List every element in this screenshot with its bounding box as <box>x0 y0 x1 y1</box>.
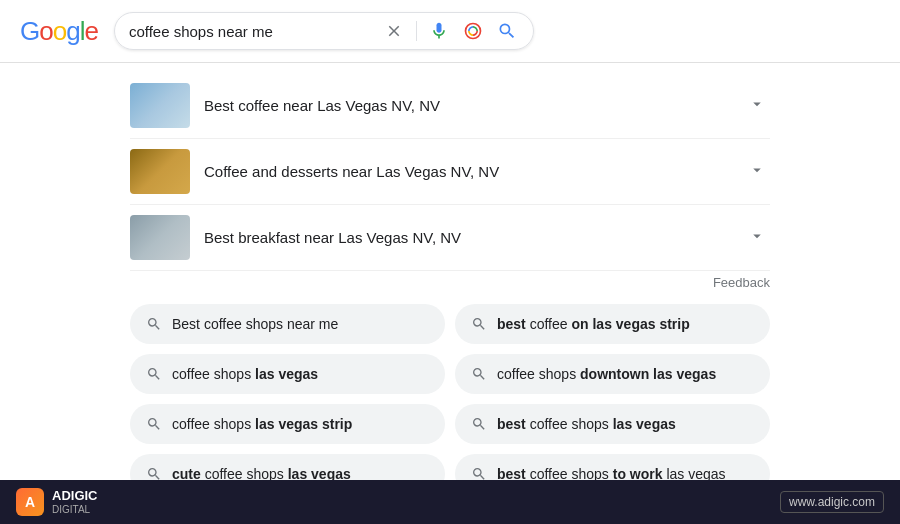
search-chip-icon <box>146 366 162 382</box>
result-item[interactable]: Best coffee near Las Vegas NV, NV <box>130 73 770 139</box>
header: Google <box>0 0 900 63</box>
logo-g: G <box>20 16 39 47</box>
search-chip-icon <box>471 316 487 332</box>
brand-icon-letter: A <box>25 494 35 510</box>
lens-icon <box>463 21 483 41</box>
expand-button[interactable] <box>744 91 770 120</box>
brand-logo-icon: A <box>16 488 44 516</box>
mic-icon <box>429 21 449 41</box>
feedback-row: Feedback <box>130 271 770 300</box>
search-bar <box>114 12 534 50</box>
clear-button[interactable] <box>382 19 406 43</box>
chevron-down-icon <box>748 161 766 179</box>
chip-text: best coffee shops las vegas <box>497 416 676 432</box>
related-search-chip[interactable]: best coffee shops las vegas <box>455 404 770 444</box>
chevron-down-icon <box>748 227 766 245</box>
main-content: Best coffee near Las Vegas NV, NV Coffee… <box>0 63 900 300</box>
logo-e: e <box>84 16 97 47</box>
related-search-chip[interactable]: Best coffee shops near me <box>130 304 445 344</box>
search-bar-icons <box>382 19 519 43</box>
related-search-chip[interactable]: coffee shops downtown las vegas <box>455 354 770 394</box>
search-chip-icon <box>146 316 162 332</box>
search-chip-icon <box>471 416 487 432</box>
footer-brand: A ADIGIC DIGITAL <box>16 488 98 516</box>
brand-sub: DIGITAL <box>52 504 98 515</box>
related-search-chip[interactable]: coffee shops las vegas strip <box>130 404 445 444</box>
result-title: Coffee and desserts near Las Vegas NV, N… <box>204 163 744 180</box>
voice-search-button[interactable] <box>427 19 451 43</box>
lens-button[interactable] <box>461 19 485 43</box>
chip-text: Best coffee shops near me <box>172 316 338 332</box>
brand-name: ADIGIC <box>52 489 98 503</box>
result-item[interactable]: Coffee and desserts near Las Vegas NV, N… <box>130 139 770 205</box>
related-searches: Best coffee shops near me best coffee on… <box>0 304 900 494</box>
search-icon <box>497 21 517 41</box>
clear-icon <box>385 22 403 40</box>
result-thumbnail <box>130 215 190 260</box>
logo-o2: o <box>53 16 66 47</box>
search-button[interactable] <box>495 19 519 43</box>
footer: A ADIGIC DIGITAL www.adigic.com <box>0 480 900 524</box>
footer-url: www.adigic.com <box>780 491 884 513</box>
expand-button[interactable] <box>744 157 770 186</box>
expand-button[interactable] <box>744 223 770 252</box>
chip-text: coffee shops las vegas strip <box>172 416 352 432</box>
logo-o1: o <box>39 16 52 47</box>
result-title: Best breakfast near Las Vegas NV, NV <box>204 229 744 246</box>
result-thumbnail <box>130 83 190 128</box>
chevron-down-icon <box>748 95 766 113</box>
related-search-chip[interactable]: best coffee on las vegas strip <box>455 304 770 344</box>
svg-point-0 <box>465 24 480 39</box>
chip-text: coffee shops downtown las vegas <box>497 366 716 382</box>
result-thumbnail <box>130 149 190 194</box>
search-chip-icon <box>146 416 162 432</box>
chip-text: best coffee on las vegas strip <box>497 316 690 332</box>
search-input[interactable] <box>129 23 374 40</box>
result-title: Best coffee near Las Vegas NV, NV <box>204 97 744 114</box>
chip-text: coffee shops las vegas <box>172 366 318 382</box>
brand-text: ADIGIC DIGITAL <box>52 489 98 514</box>
related-search-chip[interactable]: coffee shops las vegas <box>130 354 445 394</box>
search-chip-icon <box>471 366 487 382</box>
result-item[interactable]: Best breakfast near Las Vegas NV, NV <box>130 205 770 271</box>
logo-g2: g <box>66 16 79 47</box>
google-logo: Google <box>20 16 98 47</box>
search-divider <box>416 21 417 41</box>
feedback-label[interactable]: Feedback <box>713 275 770 290</box>
